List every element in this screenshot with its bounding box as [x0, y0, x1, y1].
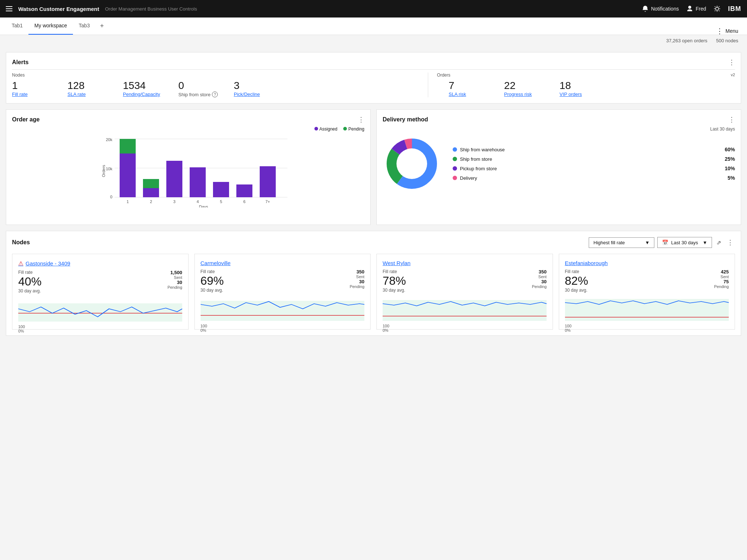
svg-text:1: 1 — [127, 199, 129, 204]
delivery-method-card: Delivery method ⋮ Last 30 days — [376, 109, 741, 225]
open-orders-stat: 37,263 open orders — [666, 38, 708, 43]
svg-text:6: 6 — [243, 199, 245, 204]
app-title: Watson Customer Engagement — [18, 6, 99, 12]
bar-6-assigned — [236, 184, 252, 197]
node-name-gastonside[interactable]: ⚠ Gastonside - 3409 — [18, 260, 182, 267]
notifications-label: Notifications — [651, 6, 679, 12]
tabs-menu-button[interactable]: ⋮ Menu — [713, 27, 741, 35]
node-card-estefaniaborough: Estefaniaborough Fill rate 82% 30 day av… — [559, 254, 735, 330]
ship-from-store-label: Ship from store ? — [178, 92, 222, 97]
store-pct: 25% — [725, 156, 735, 162]
node-sent-pending-estefaniaborough: 425 Sent 75 Pending — [714, 269, 729, 289]
svg-text:4: 4 — [197, 199, 199, 204]
ibm-logo: IBM — [728, 5, 741, 13]
bar-2-assigned — [143, 188, 159, 197]
svg-text:2: 2 — [150, 199, 152, 204]
pending-capacity-link[interactable]: Pending/Capacity — [123, 92, 167, 97]
nodes-filter-label: Highest fill rate — [593, 240, 625, 245]
alerts-menu-button[interactable]: ⋮ — [728, 58, 735, 66]
main-content: Alerts ⋮ Nodes 1 Fill rate 128 SLA rate — [0, 46, 747, 342]
help-icon[interactable]: ? — [212, 92, 218, 97]
delivery-inner: Ship from warehouse 60% Ship from store … — [383, 135, 735, 193]
app-subtitle: Order Management Business User Controls — [105, 6, 197, 12]
alerts-card: Alerts ⋮ Nodes 1 Fill rate 128 SLA rate — [6, 52, 741, 104]
chevron-down-icon: ▼ — [645, 240, 650, 245]
vip-orders-link[interactable]: VIP orders — [560, 92, 603, 97]
svg-line-7 — [719, 7, 720, 7]
tab-tab3[interactable]: Tab3 — [73, 17, 96, 35]
node-fill-estefaniaborough: Fill rate 82% 30 day avg. — [565, 269, 588, 293]
store-label: Ship from store — [460, 156, 722, 162]
alerts-title: Alerts — [12, 59, 28, 66]
chevron-down-icon-2: ▼ — [703, 240, 707, 245]
warehouse-dot — [453, 147, 457, 152]
fill-rate-link[interactable]: Fill rate — [12, 92, 56, 97]
node-sent-pending-gastonside: 1,500 Sent 30 Pending — [167, 270, 182, 289]
alert-item-sla-risk: 7 SLA risk — [449, 81, 492, 97]
ellipsis-icon: ⋮ — [716, 27, 723, 35]
node-name-carmeloville[interactable]: Carmeloville — [201, 260, 365, 266]
tab-add-button[interactable]: + — [96, 17, 108, 35]
nodes-overflow-menu[interactable]: ⋮ — [725, 237, 735, 248]
sla-risk-value: 7 — [449, 81, 492, 91]
nodes-date-select[interactable]: 📅 Last 30 days ▼ — [657, 237, 712, 248]
alert-item-pick-decline: 3 Pick/Decline — [234, 81, 278, 97]
node-stats-west-rylan: Fill rate 78% 30 day avg. 350 Sent 30 Pe… — [383, 269, 547, 293]
sla-rate-link[interactable]: SLA rate — [67, 92, 111, 97]
sla-risk-link[interactable]: SLA risk — [449, 92, 492, 97]
hamburger-menu-icon[interactable] — [6, 6, 12, 11]
sun-icon — [713, 5, 721, 12]
expand-icon[interactable]: ⇗ — [715, 238, 723, 248]
delivery-label: Delivery — [460, 175, 725, 181]
delivery-legend-store: Ship from store 25% — [453, 156, 735, 162]
node-sent-pending-carmeloville: 350 Sent 30 Pending — [350, 269, 364, 289]
progress-risk-link[interactable]: Progress risk — [504, 92, 548, 97]
alert-item-fill-rate: 1 Fill rate — [12, 81, 56, 97]
settings-button[interactable] — [713, 5, 721, 12]
tab-my-workspace[interactable]: My workspace — [28, 17, 73, 35]
version-badge: v2 — [731, 73, 735, 77]
alert-item-vip-orders: 18 VIP orders — [560, 81, 603, 97]
order-age-chart: 20k 10k 0 Orders 1 — [28, 135, 364, 207]
svg-text:0: 0 — [110, 195, 112, 199]
nodes-header: Nodes Highest fill rate ▼ 📅 Last 30 days… — [12, 237, 735, 248]
delivery-method-menu-button[interactable]: ⋮ — [728, 116, 735, 124]
sparkline-west-rylan: 100 0% — [383, 297, 547, 323]
tab-tab1[interactable]: Tab1 — [6, 17, 28, 35]
alerts-card-header: Alerts ⋮ — [12, 58, 735, 66]
bar-1-pending — [120, 139, 136, 153]
svg-rect-32 — [201, 301, 365, 321]
svg-text:10k: 10k — [106, 167, 112, 171]
bar-1-assigned — [120, 153, 136, 197]
pick-decline-link[interactable]: Pick/Decline — [234, 92, 278, 97]
node-name-west-rylan[interactable]: West Rylan — [383, 260, 547, 266]
menu-label: Menu — [725, 28, 738, 34]
bar-4-assigned — [190, 167, 206, 197]
alert-item-progress-risk: 22 Progress risk — [504, 81, 548, 97]
order-age-menu-button[interactable]: ⋮ — [358, 116, 364, 124]
svg-text:5: 5 — [220, 199, 222, 204]
svg-text:Days: Days — [199, 205, 208, 207]
node-stats-estefaniaborough: Fill rate 82% 30 day avg. 425 Sent 75 Pe… — [565, 269, 729, 293]
node-name-estefaniaborough[interactable]: Estefaniaborough — [565, 260, 729, 266]
delivery-legend-delivery: Delivery 5% — [453, 175, 735, 181]
notifications-button[interactable]: Notifications — [642, 5, 679, 12]
node-card-west-rylan: West Rylan Fill rate 78% 30 day avg. 350… — [376, 254, 553, 330]
sparkline-gastonside: 100 0% — [18, 298, 182, 323]
svg-line-6 — [719, 11, 720, 11]
pending-capacity-value: 1534 — [123, 81, 167, 91]
nodes-grid: ⚠ Gastonside - 3409 Fill rate 40% 30 day… — [12, 254, 735, 330]
stats-bar: 37,263 open orders 500 nodes — [0, 35, 747, 46]
alert-item-sla-rate: 128 SLA rate — [67, 81, 111, 97]
delivery-legend: Ship from warehouse 60% Ship from store … — [453, 147, 735, 181]
node-stats-carmeloville: Fill rate 69% 30 day avg. 350 Sent 30 Pe… — [201, 269, 365, 293]
alert-item-ship-from-store: 0 Ship from store ? — [178, 81, 222, 97]
nodes-card: Nodes Highest fill rate ▼ 📅 Last 30 days… — [6, 231, 741, 336]
node-fill-carmeloville: Fill rate 69% 30 day avg. — [201, 269, 224, 293]
bell-icon — [642, 5, 649, 12]
order-age-legend: Assigned Pending — [12, 127, 364, 132]
tabs-bar: Tab1 My workspace Tab3 + ⋮ Menu — [0, 18, 747, 35]
orders-alerts-row: 7 SLA risk 22 Progress risk 18 VIP order… — [449, 81, 722, 97]
user-menu-button[interactable]: Fred — [686, 5, 706, 12]
nodes-filter-select[interactable]: Highest fill rate ▼ — [589, 237, 654, 248]
